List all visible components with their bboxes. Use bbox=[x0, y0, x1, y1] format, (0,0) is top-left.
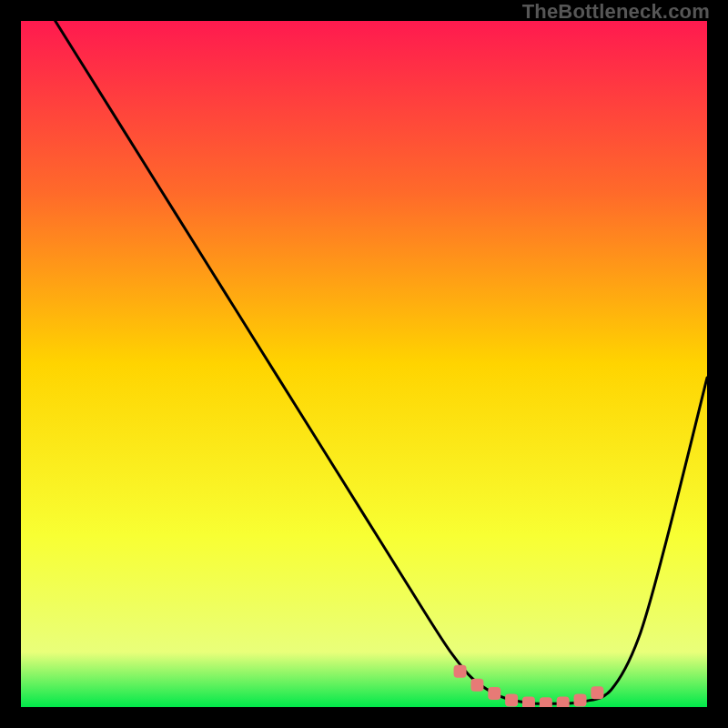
marker-point bbox=[505, 693, 518, 706]
watermark-text: TheBottleneck.com bbox=[522, 0, 710, 24]
marker-point bbox=[574, 693, 587, 706]
marker-point bbox=[557, 696, 570, 707]
marker-point bbox=[454, 665, 467, 678]
marker-point bbox=[540, 697, 552, 707]
chart-svg bbox=[21, 21, 707, 707]
marker-point bbox=[522, 696, 535, 707]
marker-point bbox=[488, 687, 500, 700]
chart-plot bbox=[21, 21, 707, 707]
marker-point bbox=[470, 679, 483, 692]
marker-point bbox=[591, 686, 603, 699]
gradient-background bbox=[21, 21, 707, 707]
